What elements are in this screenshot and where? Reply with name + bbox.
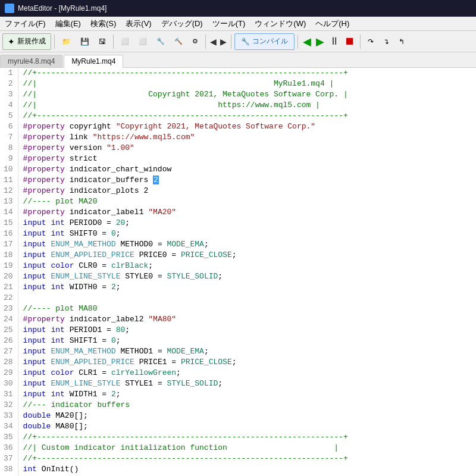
line-number: 30 [4, 378, 13, 389]
line-number: 29 [4, 368, 13, 378]
menu-file[interactable]: ファイル(F) [0, 17, 51, 30]
code-line: input int PERIOD1 = 80; [23, 325, 471, 336]
line-number: 34 [4, 421, 13, 432]
line-number: 27 [4, 346, 13, 357]
line-numbers: 1234567891011121314151617181920212223242… [0, 68, 18, 476]
tool2-button[interactable]: 🔨 [170, 33, 187, 50]
line-number: 11 [4, 175, 13, 186]
sep6 [360, 35, 361, 49]
compile-icon: 🔧 [241, 37, 250, 46]
line-number: 14 [4, 207, 13, 218]
forward-button[interactable]: ▶ [219, 36, 228, 48]
code-line: #property indicator_chart_window [23, 164, 471, 175]
line-number: 17 [4, 239, 13, 250]
open-button[interactable]: 📁 [58, 33, 75, 50]
menu-view[interactable]: 表示(V) [121, 17, 156, 30]
code-line: #property strict [23, 154, 471, 164]
line-number: 28 [4, 357, 13, 368]
code-line: input int WIDTH1 = 2; [23, 389, 471, 400]
line-number: 19 [4, 261, 13, 271]
title-bar: MetaEditor - [MyRule1.mq4] [0, 0, 476, 17]
code-line: #property indicator_buffers 2 [23, 175, 471, 186]
menu-debug[interactable]: デバッグ(D) [156, 17, 208, 30]
tab-myrule48[interactable]: myrule4.8.mq4 [0, 55, 62, 67]
tool3-icon: ⚙ [192, 37, 198, 45]
code-line: input ENUM_APPLIED_PRICE PRICE0 = PRICE_… [23, 250, 471, 261]
saveall-icon: 🖫 [99, 37, 106, 46]
tab-bar: myrule4.8.mq4 MyRule1.mq4 [0, 52, 476, 68]
code-line: double MA20[]; [23, 411, 471, 421]
line-number: 2 [4, 79, 13, 89]
stepover-button[interactable]: ↷ [364, 33, 378, 50]
back-button[interactable]: ◀ [209, 36, 218, 48]
code-line: input int WIDTH0 = 2; [23, 282, 471, 293]
code-editor[interactable]: 1234567891011121314151617181920212223242… [0, 68, 476, 476]
code-line: //| Copyright 2021, MetaQuotes Software … [23, 89, 471, 100]
code-line: //| MyRule1.mq4 | [23, 79, 471, 89]
code-line: input ENUM_MA_METHOD METHOD0 = MODE_EMA; [23, 239, 471, 250]
menu-tools[interactable]: ツール(T) [208, 17, 250, 30]
code-line: #property version "1.00" [23, 143, 471, 154]
code-line: input int SHIFT1 = 0; [23, 336, 471, 346]
stepin-button[interactable]: ↴ [379, 33, 393, 50]
code-line: //| Custom indicator initialization func… [23, 443, 471, 453]
menu-window[interactable]: ウィンドウ(W) [250, 17, 311, 30]
compile-label: コンパイル [252, 36, 288, 46]
code-line: //+-------------------------------------… [23, 453, 471, 464]
menu-search[interactable]: 検索(S) [86, 17, 121, 30]
run-button[interactable]: ▶ [314, 35, 326, 48]
saveall-button[interactable]: 🖫 [95, 33, 110, 50]
code-area[interactable]: //+-------------------------------------… [18, 68, 476, 476]
code-line: #property indicator_plots 2 [23, 186, 471, 196]
line-number: 9 [4, 154, 13, 164]
line-number: 6 [4, 121, 13, 132]
code-line: //+-------------------------------------… [23, 68, 471, 79]
code-line: #property link "https://www.mql5.com" [23, 132, 471, 143]
line-number: 25 [4, 325, 13, 336]
code-line: double MA80[]; [23, 421, 471, 432]
code-line: //| https://www.mql5.com | [23, 100, 471, 111]
menu-help[interactable]: ヘルプ(H) [311, 17, 354, 30]
start-button[interactable]: ◀ [301, 35, 313, 48]
compile-button[interactable]: 🔧 コンパイル [234, 33, 295, 50]
line-number: 24 [4, 314, 13, 325]
code-line: input ENUM_LINE_STYLE STYLE1 = STYLE_SOL… [23, 378, 471, 389]
line-number: 12 [4, 186, 13, 196]
line-number: 4 [4, 100, 13, 111]
line-number: 20 [4, 271, 13, 282]
stop-button[interactable]: ⏹ [343, 35, 357, 48]
line-number: 38 [4, 464, 13, 475]
line-number: 1 [4, 68, 13, 79]
line-number: 22 [4, 293, 13, 303]
app-icon [5, 4, 14, 13]
sep3 [205, 35, 206, 49]
save-icon: 💾 [80, 37, 89, 46]
sep5 [298, 35, 298, 49]
view-icon: ⬜ [121, 37, 129, 45]
sep4 [231, 35, 231, 49]
code-line: input int SHIFT0 = 0; [23, 228, 471, 239]
line-number: 31 [4, 389, 13, 400]
code-line: //+-------------------------------------… [23, 111, 471, 121]
view-button[interactable]: ⬜ [117, 33, 133, 50]
menu-edit[interactable]: 編集(E) [51, 17, 86, 30]
sep1 [54, 35, 55, 49]
open-icon: 📁 [62, 37, 71, 46]
line-number: 18 [4, 250, 13, 261]
stepout-button[interactable]: ↰ [394, 33, 409, 50]
line-number: 26 [4, 336, 13, 346]
pause-button[interactable]: ⏸ [327, 35, 342, 48]
new-button[interactable]: ✦ 新規作成 [2, 33, 51, 50]
save-button[interactable]: 💾 [76, 33, 93, 50]
tool1-icon: 🔧 [156, 37, 165, 45]
code-line: //--- indicator buffers [23, 400, 471, 411]
new-icon: ✦ [8, 37, 15, 46]
code-line: input ENUM_APPLIED_PRICE PRICE1 = PRICE_… [23, 357, 471, 368]
tab-myrule1[interactable]: MyRule1.mq4 [64, 55, 123, 68]
tool3-button[interactable]: ⚙ [188, 33, 202, 50]
line-number: 16 [4, 228, 13, 239]
line-number: 21 [4, 282, 13, 293]
tool1-button[interactable]: 🔧 [152, 33, 169, 50]
compare-button[interactable]: ⬜ [134, 33, 151, 50]
line-number: 8 [4, 143, 13, 154]
